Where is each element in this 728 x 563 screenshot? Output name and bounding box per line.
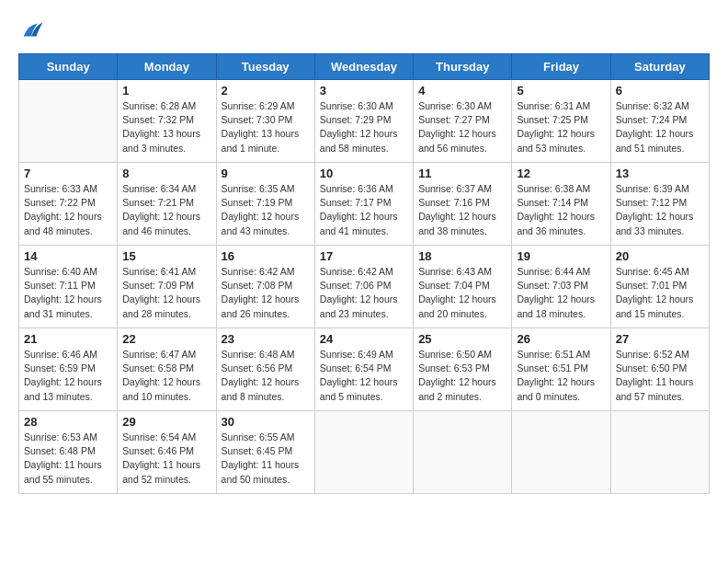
day-info: Sunrise: 6:38 AMSunset: 7:14 PMDaylight:…: [517, 182, 605, 238]
calendar-cell: 12Sunrise: 6:38 AMSunset: 7:14 PMDayligh…: [512, 163, 610, 246]
day-info: Sunrise: 6:49 AMSunset: 6:54 PMDaylight:…: [320, 348, 408, 404]
calendar-cell: 5Sunrise: 6:31 AMSunset: 7:25 PMDaylight…: [512, 80, 610, 163]
day-info: Sunrise: 6:42 AMSunset: 7:08 PMDaylight:…: [222, 265, 310, 321]
calendar-cell: 17Sunrise: 6:42 AMSunset: 7:06 PMDayligh…: [314, 246, 413, 328]
calendar-cell: 22Sunrise: 6:47 AMSunset: 6:58 PMDayligh…: [118, 328, 216, 411]
logo-icon: [18, 18, 44, 44]
calendar-week-row: 21Sunrise: 6:46 AMSunset: 6:59 PMDayligh…: [19, 328, 710, 411]
calendar-cell: 1Sunrise: 6:28 AMSunset: 7:32 PMDaylight…: [118, 80, 216, 163]
day-number: 5: [517, 84, 605, 98]
day-info: Sunrise: 6:39 AMSunset: 7:12 PMDaylight:…: [616, 182, 704, 238]
calendar-cell: 3Sunrise: 6:30 AMSunset: 7:29 PMDaylight…: [314, 80, 413, 163]
day-info: Sunrise: 6:37 AMSunset: 7:16 PMDaylight:…: [418, 182, 506, 238]
calendar-week-row: 7Sunrise: 6:33 AMSunset: 7:22 PMDaylight…: [19, 163, 710, 246]
day-number: 30: [222, 415, 310, 429]
day-number: 15: [122, 249, 210, 263]
calendar-week-row: 1Sunrise: 6:28 AMSunset: 7:32 PMDaylight…: [19, 80, 710, 163]
calendar-cell: 23Sunrise: 6:48 AMSunset: 6:56 PMDayligh…: [216, 328, 314, 411]
day-info: Sunrise: 6:35 AMSunset: 7:19 PMDaylight:…: [222, 182, 310, 238]
calendar-week-row: 14Sunrise: 6:40 AMSunset: 7:11 PMDayligh…: [19, 246, 710, 328]
day-info: Sunrise: 6:51 AMSunset: 6:51 PMDaylight:…: [517, 348, 605, 404]
day-info: Sunrise: 6:42 AMSunset: 7:06 PMDaylight:…: [320, 265, 408, 321]
calendar-cell: [512, 411, 610, 494]
calendar-week-row: 28Sunrise: 6:53 AMSunset: 6:48 PMDayligh…: [19, 411, 710, 494]
calendar-cell: 26Sunrise: 6:51 AMSunset: 6:51 PMDayligh…: [512, 328, 610, 411]
weekday-header-wednesday: Wednesday: [314, 54, 413, 80]
weekday-header-tuesday: Tuesday: [216, 54, 314, 80]
calendar-cell: 10Sunrise: 6:36 AMSunset: 7:17 PMDayligh…: [314, 163, 413, 246]
day-number: 9: [222, 167, 310, 180]
weekday-header-sunday: Sunday: [19, 54, 118, 80]
calendar-cell: 4Sunrise: 6:30 AMSunset: 7:27 PMDaylight…: [414, 80, 512, 163]
day-info: Sunrise: 6:47 AMSunset: 6:58 PMDaylight:…: [122, 348, 210, 404]
day-info: Sunrise: 6:30 AMSunset: 7:29 PMDaylight:…: [320, 99, 408, 155]
day-number: 4: [418, 84, 506, 98]
day-number: 12: [517, 167, 605, 180]
day-number: 8: [122, 167, 210, 180]
day-number: 1: [122, 84, 210, 98]
day-info: Sunrise: 6:44 AMSunset: 7:03 PMDaylight:…: [517, 265, 605, 321]
day-number: 16: [222, 249, 310, 263]
calendar-cell: 8Sunrise: 6:34 AMSunset: 7:21 PMDaylight…: [118, 163, 216, 246]
calendar-cell: [19, 80, 118, 163]
day-number: 25: [418, 332, 506, 346]
day-info: Sunrise: 6:53 AMSunset: 6:48 PMDaylight:…: [24, 431, 112, 487]
calendar-cell: 20Sunrise: 6:45 AMSunset: 7:01 PMDayligh…: [610, 246, 709, 328]
day-number: 20: [616, 249, 704, 263]
calendar-cell: 27Sunrise: 6:52 AMSunset: 6:50 PMDayligh…: [610, 328, 709, 411]
calendar-cell: 2Sunrise: 6:29 AMSunset: 7:30 PMDaylight…: [216, 80, 314, 163]
day-number: 13: [616, 167, 704, 180]
calendar-cell: [414, 411, 512, 494]
weekday-header-monday: Monday: [118, 54, 216, 80]
day-info: Sunrise: 6:32 AMSunset: 7:24 PMDaylight:…: [616, 99, 704, 155]
day-number: 27: [616, 332, 704, 346]
day-info: Sunrise: 6:28 AMSunset: 7:32 PMDaylight:…: [122, 99, 210, 155]
day-info: Sunrise: 6:30 AMSunset: 7:27 PMDaylight:…: [418, 99, 506, 155]
day-info: Sunrise: 6:33 AMSunset: 7:22 PMDaylight:…: [24, 182, 112, 238]
calendar-cell: [610, 411, 709, 494]
day-number: 14: [24, 249, 112, 263]
day-info: Sunrise: 6:50 AMSunset: 6:53 PMDaylight:…: [418, 348, 506, 404]
day-info: Sunrise: 6:55 AMSunset: 6:45 PMDaylight:…: [222, 431, 310, 487]
day-info: Sunrise: 6:45 AMSunset: 7:01 PMDaylight:…: [616, 265, 704, 321]
day-number: 26: [517, 332, 605, 346]
page-header: [18, 18, 710, 44]
calendar-cell: 19Sunrise: 6:44 AMSunset: 7:03 PMDayligh…: [512, 246, 610, 328]
weekday-header-saturday: Saturday: [610, 54, 709, 80]
day-info: Sunrise: 6:48 AMSunset: 6:56 PMDaylight:…: [222, 348, 310, 404]
calendar-cell: 28Sunrise: 6:53 AMSunset: 6:48 PMDayligh…: [19, 411, 118, 494]
calendar-cell: 7Sunrise: 6:33 AMSunset: 7:22 PMDaylight…: [19, 163, 118, 246]
calendar-cell: 11Sunrise: 6:37 AMSunset: 7:16 PMDayligh…: [414, 163, 512, 246]
calendar-cell: [314, 411, 413, 494]
day-number: 3: [320, 84, 408, 98]
day-number: 6: [616, 84, 704, 98]
day-number: 10: [320, 167, 408, 180]
day-number: 21: [24, 332, 112, 346]
calendar-cell: 14Sunrise: 6:40 AMSunset: 7:11 PMDayligh…: [19, 246, 118, 328]
weekday-header-row: SundayMondayTuesdayWednesdayThursdayFrid…: [19, 54, 710, 80]
logo: [18, 18, 48, 44]
calendar-cell: 30Sunrise: 6:55 AMSunset: 6:45 PMDayligh…: [216, 411, 314, 494]
calendar-cell: 24Sunrise: 6:49 AMSunset: 6:54 PMDayligh…: [314, 328, 413, 411]
day-number: 29: [122, 415, 210, 429]
day-number: 24: [320, 332, 408, 346]
calendar-cell: 6Sunrise: 6:32 AMSunset: 7:24 PMDaylight…: [610, 80, 709, 163]
day-number: 22: [122, 332, 210, 346]
day-number: 7: [24, 167, 112, 180]
calendar-cell: 9Sunrise: 6:35 AMSunset: 7:19 PMDaylight…: [216, 163, 314, 246]
day-number: 18: [418, 249, 506, 263]
day-info: Sunrise: 6:29 AMSunset: 7:30 PMDaylight:…: [222, 99, 310, 155]
day-number: 19: [517, 249, 605, 263]
day-info: Sunrise: 6:43 AMSunset: 7:04 PMDaylight:…: [418, 265, 506, 321]
day-info: Sunrise: 6:34 AMSunset: 7:21 PMDaylight:…: [122, 182, 210, 238]
calendar-cell: 13Sunrise: 6:39 AMSunset: 7:12 PMDayligh…: [610, 163, 709, 246]
day-number: 2: [222, 84, 310, 98]
calendar-table: SundayMondayTuesdayWednesdayThursdayFrid…: [18, 53, 710, 494]
weekday-header-friday: Friday: [512, 54, 610, 80]
calendar-cell: 16Sunrise: 6:42 AMSunset: 7:08 PMDayligh…: [216, 246, 314, 328]
calendar-cell: 15Sunrise: 6:41 AMSunset: 7:09 PMDayligh…: [118, 246, 216, 328]
day-number: 17: [320, 249, 408, 263]
day-info: Sunrise: 6:46 AMSunset: 6:59 PMDaylight:…: [24, 348, 112, 404]
calendar-cell: 18Sunrise: 6:43 AMSunset: 7:04 PMDayligh…: [414, 246, 512, 328]
day-info: Sunrise: 6:41 AMSunset: 7:09 PMDaylight:…: [122, 265, 210, 321]
